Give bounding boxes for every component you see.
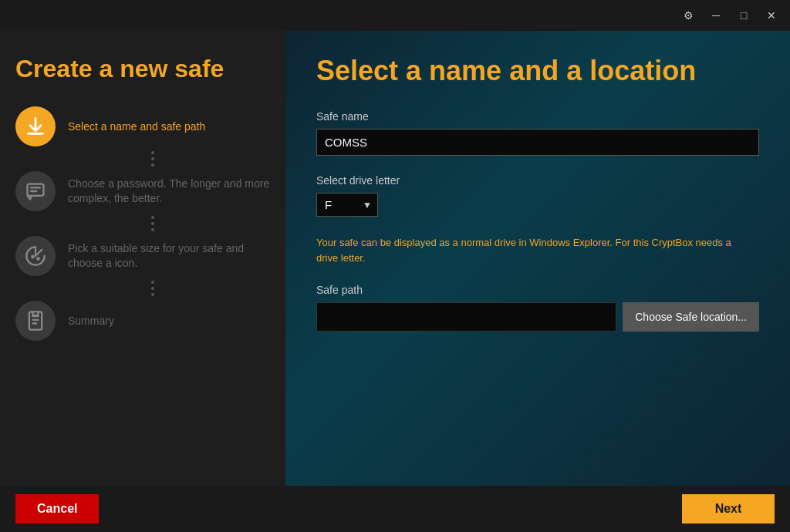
next-button[interactable]: Next: [682, 494, 775, 524]
step4-icon: [15, 301, 56, 341]
safe-name-label: Safe name: [316, 110, 759, 123]
step-summary: Summary: [15, 301, 270, 341]
dot: [151, 281, 154, 284]
dot: [151, 228, 154, 231]
dot: [151, 151, 154, 154]
step1-icon: [15, 106, 56, 146]
step-password: Choose a password. The longer and more c…: [15, 171, 270, 211]
choose-safe-location-button[interactable]: Choose Safe location...: [623, 302, 759, 332]
cancel-button[interactable]: Cancel: [15, 494, 99, 524]
safe-name-input[interactable]: [316, 129, 759, 156]
step4-label: Summary: [68, 314, 114, 329]
svg-point-2: [37, 258, 39, 260]
dot: [151, 157, 154, 160]
svg-rect-0: [28, 184, 44, 196]
dots-1: [35, 146, 270, 171]
maximize-button[interactable]: □: [731, 5, 756, 26]
left-panel: Create a new safe Select a name and safe…: [0, 31, 285, 486]
step-name-path: Select a name and safe path: [15, 106, 270, 146]
step3-label: Pick a suitable size for your safe and c…: [68, 241, 270, 271]
safe-name-section: Safe name: [316, 110, 759, 156]
settings-button[interactable]: ⚙: [676, 5, 701, 26]
safe-path-input[interactable]: [316, 302, 616, 332]
step3-icon: [15, 236, 56, 276]
right-panel: Select a name and a location Safe name S…: [285, 31, 790, 486]
dot: [151, 287, 154, 290]
dots-3: [35, 276, 270, 301]
titlebar: ⚙ ─ □ ✕: [0, 0, 790, 31]
info-text: Your safe can be displayed as a normal d…: [316, 235, 748, 265]
dot: [151, 163, 154, 167]
close-button[interactable]: ✕: [759, 5, 784, 26]
dot: [151, 222, 154, 225]
drive-select[interactable]: C D E F G H: [316, 193, 378, 217]
drive-letter-label: Select drive letter: [316, 174, 759, 187]
main-content: Create a new safe Select a name and safe…: [0, 31, 790, 486]
dot: [151, 293, 154, 296]
drive-select-wrapper: C D E F G H ▼: [316, 193, 378, 217]
footer: Cancel Next: [0, 486, 790, 532]
dot: [151, 216, 154, 219]
svg-point-1: [32, 256, 33, 258]
safe-path-label: Safe path: [316, 284, 759, 296]
steps-list: Select a name and safe path Cho: [15, 106, 270, 341]
step2-icon: [15, 171, 56, 211]
step1-label: Select a name and safe path: [68, 120, 205, 135]
dots-2: [35, 211, 270, 236]
right-title: Select a name and a location: [316, 54, 759, 87]
minimize-button[interactable]: ─: [704, 5, 728, 26]
step-size-icon: Pick a suitable size for your safe and c…: [15, 236, 270, 276]
left-title: Create a new safe: [15, 54, 270, 83]
step2-label: Choose a password. The longer and more c…: [68, 177, 270, 207]
drive-letter-section: Select drive letter C D E F G H ▼: [316, 174, 759, 217]
safe-path-section: Safe path Choose Safe location...: [316, 284, 759, 332]
safe-path-row: Choose Safe location...: [316, 302, 759, 332]
